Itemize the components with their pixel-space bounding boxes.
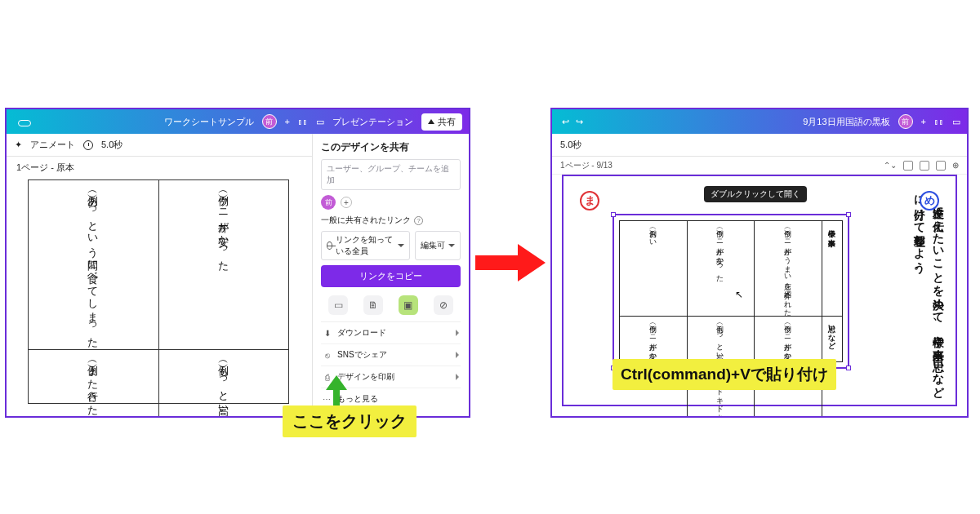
help-icon[interactable]: ? (414, 216, 423, 225)
doc-title: 9月13日用国語の黒板 (803, 116, 889, 128)
trash-icon[interactable] (936, 161, 946, 171)
download-icon: ⬇ (323, 329, 332, 338)
emb-header: 様子や出来事 (826, 224, 838, 312)
avatar-small[interactable]: 前 (321, 195, 336, 210)
animate-icon[interactable]: ✦ (15, 140, 22, 150)
menu-sns-share[interactable]: ⎋SNSでシェア (321, 344, 461, 366)
globe-icon (327, 241, 332, 250)
emb-cell: （例）ウニ丼が安かった (715, 224, 726, 312)
canvas-page: め ま 友達に伝えたいことを決めて、様子や出来事、思いなどに分けて整理しよう。 … (570, 183, 949, 398)
embedded-worksheet[interactable]: （例）おい （例）ウニ丼が安かった （例）ウニ丼がうまい店を紹介された 様子や出… (612, 214, 849, 369)
left-window: ワークシートサンプル 前 + ⫾⫾ ▭ プレゼンテーション 共有 ✦ アニメート… (5, 108, 470, 418)
access-scope-select[interactable]: リンクを知っている全員 (321, 231, 410, 260)
ws-cell-content: （例）また行きたいと思った (84, 357, 103, 418)
chart-icon[interactable]: ⫾⫾ (298, 117, 308, 126)
svg-marker-0 (475, 244, 546, 281)
share-icon: ⎋ (323, 351, 332, 360)
callout-paste: Ctrl(command)+Vで貼り付け (612, 359, 836, 390)
undo-icon[interactable]: ↩↪ (562, 117, 583, 127)
right-window: ↩↪ 9月13日用国語の黒板 前 + ⫾⫾ ▭ 5.0秒 1ページ - 9/13… (550, 108, 969, 418)
badge-ma: ま (580, 191, 599, 210)
present-icon[interactable]: ▭ (316, 117, 324, 127)
badge-me: め (920, 191, 939, 210)
emb-cell: （例）ウニ丼がうまい店を紹介された (782, 224, 794, 312)
site-icon[interactable]: ▣ (399, 295, 418, 315)
main-instruction-text: 友達に伝えたいことを決めて、様子や出来事、思いなどに分けて整理しよう。 (909, 183, 949, 398)
add-member-button[interactable]: + (341, 197, 352, 208)
duration-label[interactable]: 5.0秒 (101, 139, 122, 151)
present-icon[interactable]: ▭ (328, 295, 348, 315)
copy-icon[interactable] (920, 161, 929, 171)
ws-cell-content: （例）もっと高いと思ってドキドキしていた (214, 357, 233, 418)
menu-download[interactable]: ⬇ダウンロード (321, 322, 461, 344)
page-toolbar: 1ページ - 9/13 ⌃⌄ ⊕ (552, 157, 967, 175)
duration-label[interactable]: 5.0秒 (560, 139, 581, 151)
presentation-btn[interactable]: プレゼンテーション (332, 116, 413, 128)
cloud-icon (16, 117, 31, 126)
resize-handle[interactable] (611, 212, 616, 217)
chart-icon[interactable]: ⫾⫾ (934, 117, 944, 126)
plus-icon[interactable]: + (285, 117, 290, 126)
clock-icon (83, 140, 93, 150)
ws-cell-content: （例）あっという間に食べてしまった (84, 187, 103, 343)
topbar: ↩↪ 9月13日用国語の黒板 前 + ⫾⫾ ▭ (552, 109, 967, 134)
share-panel: このデザインを共有 ユーザー、グループ、チームを追加 前 + 一般に共有されたリ… (312, 134, 469, 416)
resize-handle[interactable] (846, 212, 851, 217)
canvas[interactable]: め ま 友達に伝えたいことを決めて、様子や出来事、思いなどに分けて整理しよう。 … (562, 175, 957, 406)
upload-icon (428, 119, 434, 124)
tooltip: ダブルクリックして開く (704, 186, 807, 202)
chevron-right-icon (456, 374, 459, 380)
worksheet-grid: （例）あっという間に食べてしまった （例）ウニ丼が安かった （例）また行きたいと… (28, 179, 289, 404)
add-people-input[interactable]: ユーザー、グループ、チームを追加 (321, 159, 461, 190)
chevron-right-icon (456, 330, 459, 336)
chevron-down-icon (448, 244, 455, 247)
chevron-down-icon (398, 244, 404, 247)
plus-icon[interactable]: + (921, 117, 926, 126)
green-arrow-annotation (326, 375, 347, 406)
permission-select[interactable]: 編集可 (415, 231, 461, 260)
link-icon[interactable]: ⊘ (434, 295, 453, 315)
cursor-icon: ↖ (735, 289, 743, 300)
collapse-icon[interactable]: ⌃⌄ (884, 161, 897, 170)
callout-click-here: ここをクリック (283, 405, 416, 437)
view-icon[interactable]: 🗎 (363, 295, 383, 315)
resize-handle[interactable] (846, 366, 851, 370)
subbar: 5.0秒 (552, 134, 967, 157)
avatar[interactable]: 前 (898, 114, 913, 129)
panel-title: このデザインを共有 (321, 140, 461, 154)
topbar: ワークシートサンプル 前 + ⫾⫾ ▭ プレゼンテーション 共有 (7, 109, 469, 134)
page-label: 1ページ - 9/13 (560, 160, 612, 171)
avatar[interactable]: 前 (262, 114, 277, 129)
flow-arrow (475, 108, 546, 418)
animate-label[interactable]: アニメート (30, 139, 75, 151)
share-button[interactable]: 共有 (421, 113, 462, 131)
ws-cell-content: （例）ウニ丼が安かった (214, 187, 233, 343)
present-icon[interactable]: ▭ (952, 117, 960, 127)
chevron-right-icon (456, 352, 459, 358)
public-link-label: 一般に共有されたリンク (321, 215, 411, 226)
add-page-icon[interactable]: ⊕ (952, 161, 959, 170)
copy-link-button[interactable]: リンクをコピー (321, 265, 461, 287)
doc-title: ワークシートサンプル (164, 116, 254, 128)
lock-icon[interactable] (903, 161, 913, 171)
emb-cell: （例）おい (648, 224, 659, 312)
